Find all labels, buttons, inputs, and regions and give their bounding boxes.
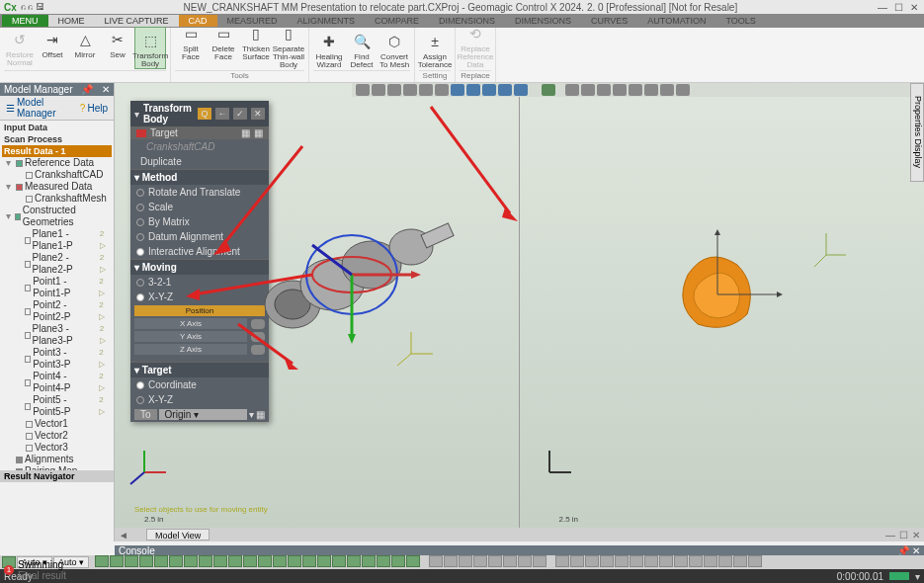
- mb-btn[interactable]: [733, 555, 747, 567]
- vt-btn[interactable]: [356, 84, 370, 96]
- model-tree[interactable]: Input Data Scan Process Result Data - 1 …: [0, 121, 114, 470]
- vt-btn[interactable]: [403, 84, 417, 96]
- vt-btn[interactable]: [419, 84, 433, 96]
- tab-tools[interactable]: TOOLS: [715, 15, 765, 27]
- mb-btn[interactable]: [110, 555, 124, 567]
- mb-btn[interactable]: [258, 555, 272, 567]
- mb-btn[interactable]: [748, 555, 762, 567]
- target2-opt-coordinate[interactable]: Coordinate: [130, 377, 269, 392]
- mb-btn[interactable]: [615, 555, 629, 567]
- vt-btn[interactable]: [498, 84, 512, 96]
- view-tab-prev[interactable]: ◄: [115, 530, 132, 541]
- mb-btn[interactable]: [518, 555, 532, 567]
- mb-btn[interactable]: [704, 555, 717, 567]
- ribbon-offset[interactable]: ⇥Offset: [37, 27, 68, 59]
- mb-btn[interactable]: [585, 555, 599, 567]
- tab-automation[interactable]: AUTOMATION: [637, 15, 715, 27]
- mb-btn[interactable]: [473, 555, 487, 567]
- mb-btn[interactable]: [288, 555, 301, 567]
- mb-btn[interactable]: [184, 555, 198, 567]
- model-view-tab[interactable]: Model View: [146, 529, 210, 541]
- mb-btn[interactable]: [362, 555, 376, 567]
- viewport-right[interactable]: 2.5 in: [520, 97, 925, 528]
- origin-select[interactable]: Origin ▾: [159, 409, 247, 420]
- link-icon[interactable]: [251, 319, 265, 329]
- vt-btn[interactable]: [581, 84, 595, 96]
- ribbon-delete-face[interactable]: ▭Delete Face: [208, 21, 239, 61]
- mb-btn[interactable]: [555, 555, 569, 567]
- tree-item[interactable]: Point3 - Point3-P2 ▷: [2, 347, 112, 371]
- ribbon-transform-body[interactable]: ⬚Transform Body: [134, 27, 166, 69]
- target2-section[interactable]: ▾ Target: [130, 362, 269, 377]
- target-more-button[interactable]: ▦: [241, 127, 250, 138]
- moving-section[interactable]: ▾ Moving: [130, 259, 269, 275]
- vt-btn[interactable]: [387, 84, 401, 96]
- mb-btn[interactable]: [154, 555, 168, 567]
- tree-item[interactable]: Plane1 - Plane1-P2 ▷: [2, 228, 112, 252]
- maximize-button[interactable]: ☐: [892, 2, 904, 13]
- duplicate-checkbox[interactable]: Duplicate: [130, 154, 269, 169]
- tree-item[interactable]: Plane2 - Plane2-P2 ▷: [2, 252, 112, 276]
- vt-btn[interactable]: [613, 84, 627, 96]
- method-opt-interactive-alignment[interactable]: Interactive Alignment: [130, 244, 269, 259]
- panel-close-icon[interactable]: ✕: [102, 84, 110, 95]
- mb-btn[interactable]: [718, 555, 732, 567]
- tab-compare[interactable]: COMPARE: [365, 15, 429, 27]
- view-min-icon[interactable]: —: [885, 530, 895, 541]
- mb-btn[interactable]: [95, 555, 109, 567]
- mb-btn[interactable]: [429, 555, 443, 567]
- tree-item[interactable]: Point1 - Point1-P2 ▷: [2, 276, 112, 299]
- mb-btn[interactable]: [213, 555, 227, 567]
- mb-btn[interactable]: [659, 555, 673, 567]
- mb-btn[interactable]: [570, 555, 584, 567]
- qat[interactable]: ⎌ ⎌ 🖫: [17, 2, 44, 12]
- tab-curves[interactable]: CURVES: [581, 15, 637, 27]
- tree-item[interactable]: Point2 - Point2-P2 ▷: [2, 299, 112, 323]
- close-button[interactable]: ✕: [908, 2, 920, 13]
- mb-btn[interactable]: [377, 555, 390, 567]
- vt-btn[interactable]: [466, 84, 480, 96]
- dialog-reset-button[interactable]: Q: [198, 108, 211, 120]
- moving-opt-3-2-1[interactable]: 3-2-1: [130, 275, 269, 290]
- method-opt-scale[interactable]: Scale: [130, 200, 269, 214]
- mb-btn[interactable]: [488, 555, 502, 567]
- tab-menu[interactable]: MENU: [2, 15, 48, 27]
- dialog-target-row[interactable]: Target ▦ ▦: [130, 126, 269, 139]
- tree-item[interactable]: Vector2: [2, 430, 112, 442]
- mb-btn[interactable]: [674, 555, 688, 567]
- to-btn2[interactable]: ▦: [256, 409, 265, 420]
- tree-item[interactable]: CrankshaftMesh: [2, 193, 112, 205]
- vt-btn[interactable]: [629, 84, 642, 96]
- moving-opt-x-y-z[interactable]: X-Y-Z: [130, 290, 269, 304]
- mb-btn[interactable]: [600, 555, 614, 567]
- tree-item[interactable]: Vector3: [2, 442, 112, 454]
- tree-item[interactable]: Vector1: [2, 418, 112, 430]
- ribbon-convert-to-mesh[interactable]: ⬡Convert To Mesh: [378, 29, 410, 69]
- mb-btn[interactable]: [630, 555, 643, 567]
- tab-dimensions2[interactable]: DIMENSIONS: [505, 15, 581, 27]
- tree-item[interactable]: ▾Constructed Geometries: [2, 205, 112, 228]
- to-btn1[interactable]: ▾: [249, 409, 254, 420]
- target2-opt-x-y-z[interactable]: X-Y-Z: [130, 392, 269, 407]
- vt-btn[interactable]: [565, 84, 579, 96]
- mb-btn[interactable]: [503, 555, 517, 567]
- vt-btn[interactable]: [660, 84, 674, 96]
- ribbon-split-face[interactable]: ▭Split Face: [175, 21, 207, 61]
- mb-btn[interactable]: [125, 555, 138, 567]
- dialog-header[interactable]: ▾ Transform Body Q ← ✓ ✕: [130, 101, 269, 126]
- target-more-button2[interactable]: ▦: [254, 127, 263, 138]
- mb-btn[interactable]: [644, 555, 658, 567]
- method-opt-rotate-and-translate[interactable]: Rotate And Translate: [130, 185, 269, 200]
- tree-item[interactable]: Alignments: [2, 454, 112, 465]
- x-axis-button[interactable]: X Axis: [134, 318, 247, 329]
- notification-popup[interactable]: 1 SwimmingFinal result: [4, 559, 66, 581]
- tab-help[interactable]: ?Help: [74, 96, 114, 120]
- vt-btn[interactable]: [542, 84, 555, 96]
- mb-btn[interactable]: [139, 555, 153, 567]
- vt-btn[interactable]: [644, 84, 658, 96]
- vt-btn[interactable]: [482, 84, 496, 96]
- dialog-back-button[interactable]: ←: [215, 108, 229, 120]
- z-axis-button[interactable]: Z Axis: [134, 344, 247, 355]
- tab-live-capture[interactable]: LIVE CAPTURE: [95, 15, 179, 27]
- ribbon-separate-thin-wall-body[interactable]: ▯Separate Thin-wall Body: [273, 21, 304, 69]
